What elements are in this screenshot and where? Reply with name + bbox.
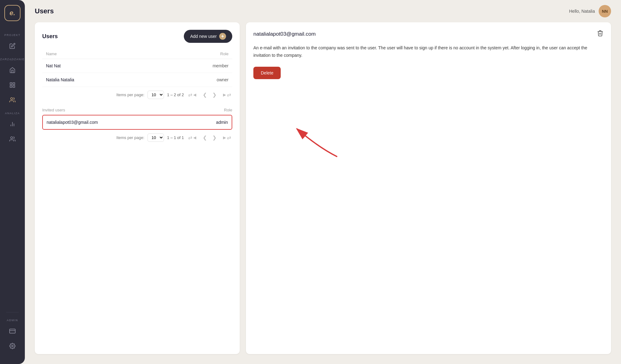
users-panel-title: Users bbox=[42, 33, 58, 40]
invited-col-name: Invited users bbox=[42, 108, 65, 112]
add-user-button[interactable]: Add new user + bbox=[184, 30, 232, 43]
users-table-header: Name Role bbox=[42, 49, 232, 59]
svg-point-8 bbox=[11, 137, 13, 139]
detail-message: An e-mail with an invitation to the comp… bbox=[253, 44, 604, 59]
main-area: Users Hello, Natalia NN Users Add new us… bbox=[25, 0, 621, 364]
topbar-greeting: Hello, Natalia bbox=[569, 9, 595, 14]
invited-email: natalialapot03@gmail.com bbox=[47, 120, 98, 125]
sidebar-item-edit[interactable] bbox=[6, 39, 19, 53]
invited-items-per-page-select[interactable]: 10 25 50 bbox=[147, 133, 164, 142]
invited-col-role: Role bbox=[224, 108, 232, 112]
table-row[interactable]: Natalia Natalia owner bbox=[42, 73, 232, 87]
sidebar: e. PROJEKT ZARZĄDZANIE ANALIZA bbox=[0, 0, 25, 364]
user-name: Natalia Natalia bbox=[46, 77, 74, 82]
table-row[interactable]: Nat Nat member bbox=[42, 59, 232, 73]
sidebar-section-label-projekt: PROJEKT bbox=[0, 34, 25, 37]
invited-pagination-next-button[interactable]: ❯ bbox=[211, 134, 218, 141]
arrow-annotation bbox=[278, 123, 347, 161]
items-per-page-select[interactable]: 10 25 50 bbox=[147, 91, 164, 99]
trash-icon bbox=[597, 30, 604, 37]
invited-user-row[interactable]: natalialapot03@gmail.com admin bbox=[42, 115, 232, 130]
sidebar-item-grid[interactable] bbox=[6, 78, 19, 92]
sidebar-item-card[interactable] bbox=[6, 324, 19, 338]
svg-rect-9 bbox=[10, 329, 15, 333]
sidebar-item-people[interactable] bbox=[6, 132, 19, 146]
invited-role: admin bbox=[216, 120, 228, 125]
users-panel: Users Add new user + Name Role Nat Nat m… bbox=[35, 22, 240, 354]
svg-point-4 bbox=[11, 98, 13, 100]
page-title: Users bbox=[35, 7, 54, 15]
user-role: owner bbox=[217, 77, 229, 82]
svg-rect-2 bbox=[13, 86, 15, 88]
col-name: Name bbox=[46, 52, 57, 56]
sidebar-section-label-admin: ADMIN bbox=[0, 319, 25, 322]
users-panel-header: Users Add new user + bbox=[42, 30, 232, 43]
sidebar-divider bbox=[6, 312, 19, 312]
detail-panel: natalialapot03@gmail.com An e-mail with … bbox=[246, 22, 611, 354]
users-pagination: Items per page: 10 25 50 1 – 2 of 2 ⇄◄ ❮… bbox=[42, 87, 232, 103]
add-user-label: Add new user bbox=[190, 34, 217, 39]
svg-rect-3 bbox=[10, 86, 12, 88]
app-logo: e. bbox=[4, 5, 20, 21]
topbar: Users Hello, Natalia NN bbox=[25, 0, 621, 22]
detail-header: natalialapot03@gmail.com bbox=[253, 30, 604, 38]
sidebar-section-label-zarzadzanie: ZARZĄDZANIE bbox=[0, 58, 25, 61]
sidebar-item-home[interactable] bbox=[6, 63, 19, 77]
col-role: Role bbox=[220, 52, 229, 56]
sidebar-item-settings[interactable] bbox=[6, 339, 19, 353]
trash-button[interactable] bbox=[597, 30, 604, 38]
invited-pagination-count: 1 – 1 of 1 bbox=[167, 135, 184, 140]
sidebar-item-chart[interactable] bbox=[6, 117, 19, 131]
pagination-count: 1 – 2 of 2 bbox=[167, 92, 184, 97]
invited-pagination: Items per page: 10 25 50 1 – 1 of 1 ⇄◄ ❮… bbox=[42, 130, 232, 146]
invited-section-header: Invited users Role bbox=[42, 108, 232, 112]
items-per-page-label: Items per page: bbox=[116, 92, 144, 97]
delete-button[interactable]: Delete bbox=[253, 67, 281, 79]
sidebar-section-label-analiza: ANALIZA bbox=[0, 112, 25, 115]
plus-icon: + bbox=[219, 33, 226, 40]
invited-pagination-last-button[interactable]: ►⇄ bbox=[221, 134, 232, 141]
pagination-first-button[interactable]: ⇄◄ bbox=[187, 91, 198, 98]
svg-rect-1 bbox=[13, 83, 15, 85]
detail-email: natalialapot03@gmail.com bbox=[253, 31, 316, 37]
avatar[interactable]: NN bbox=[599, 5, 611, 17]
svg-point-11 bbox=[12, 345, 13, 347]
pagination-last-button[interactable]: ►⇄ bbox=[221, 91, 232, 98]
svg-rect-0 bbox=[10, 83, 12, 85]
invited-items-per-page-label: Items per page: bbox=[116, 135, 144, 140]
user-role: member bbox=[213, 63, 229, 68]
user-name: Nat Nat bbox=[46, 63, 61, 68]
invited-pagination-prev-button[interactable]: ❮ bbox=[202, 134, 208, 141]
content-area: Users Add new user + Name Role Nat Nat m… bbox=[25, 22, 621, 364]
topbar-user: Hello, Natalia NN bbox=[569, 5, 611, 17]
pagination-prev-button[interactable]: ❮ bbox=[202, 91, 208, 98]
invited-pagination-first-button[interactable]: ⇄◄ bbox=[187, 134, 198, 141]
pagination-next-button[interactable]: ❯ bbox=[211, 91, 218, 98]
sidebar-item-users[interactable] bbox=[6, 93, 19, 107]
